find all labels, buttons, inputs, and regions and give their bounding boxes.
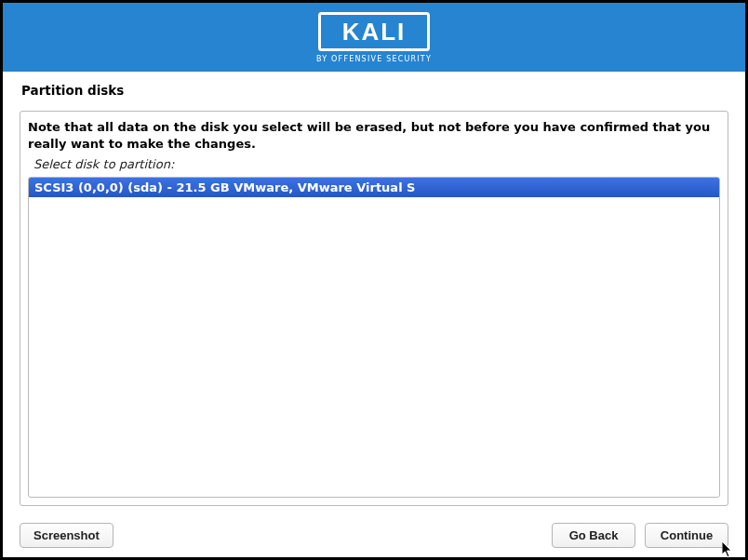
disk-list[interactable]: SCSI3 (0,0,0) (sda) - 21.5 GB VMware, VM… bbox=[28, 177, 720, 498]
kali-logo-icon: KALI bbox=[318, 12, 430, 51]
main-panel: Note that all data on the disk you selec… bbox=[20, 111, 728, 506]
button-row-right: Go Back Continue bbox=[552, 523, 728, 548]
header-bar: KALI BY OFFENSIVE SECURITY bbox=[3, 3, 745, 72]
instruction-text: Note that all data on the disk you selec… bbox=[28, 119, 720, 152]
button-row: Screenshot Go Back Continue bbox=[3, 515, 745, 557]
page-title: Partition disks bbox=[21, 83, 728, 98]
content-area: Partition disks Note that all data on th… bbox=[3, 72, 745, 515]
svg-text:KALI: KALI bbox=[342, 18, 407, 46]
go-back-button[interactable]: Go Back bbox=[552, 523, 635, 548]
select-disk-label: Select disk to partition: bbox=[33, 157, 720, 171]
screenshot-button[interactable]: Screenshot bbox=[20, 523, 114, 548]
disk-item[interactable]: SCSI3 (0,0,0) (sda) - 21.5 GB VMware, VM… bbox=[29, 178, 719, 197]
installer-window: KALI BY OFFENSIVE SECURITY Partition dis… bbox=[0, 0, 748, 560]
kali-logo: KALI BY OFFENSIVE SECURITY bbox=[316, 12, 432, 63]
continue-button[interactable]: Continue bbox=[645, 523, 728, 548]
kali-subtitle: BY OFFENSIVE SECURITY bbox=[316, 55, 432, 63]
